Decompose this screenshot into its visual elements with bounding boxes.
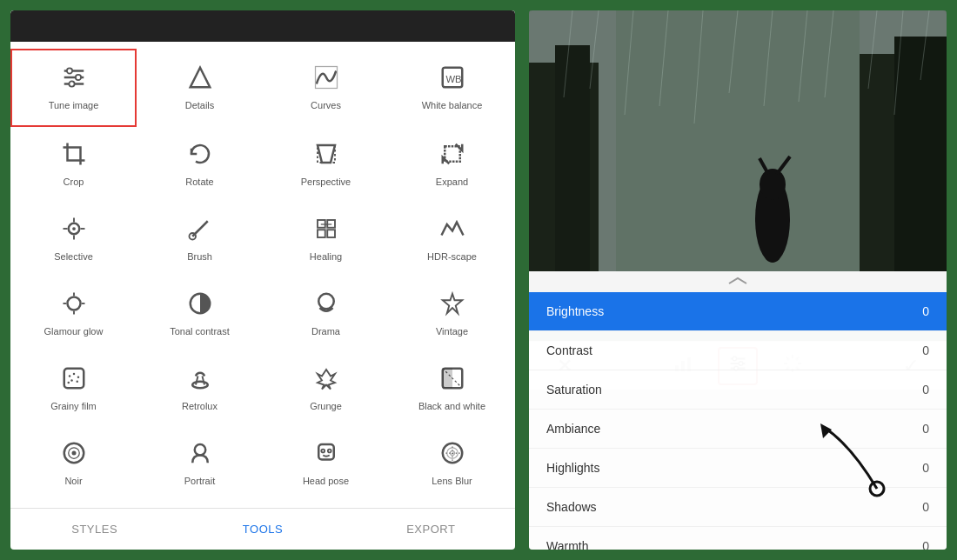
- glamour-glow-label: Glamour glow: [44, 326, 104, 337]
- tune-value-warmth: 0: [922, 539, 929, 550]
- svg-point-52: [327, 450, 331, 453]
- tool-white-balance[interactable]: WB White balance: [389, 49, 515, 127]
- svg-point-48: [71, 450, 76, 455]
- svg-point-40: [67, 382, 70, 384]
- tool-portrait[interactable]: Portrait: [137, 426, 263, 501]
- tab-tools[interactable]: TOOLS: [178, 509, 346, 550]
- tune-label-saturation: Saturation: [546, 383, 922, 397]
- tool-noir[interactable]: Noir: [10, 426, 137, 501]
- tool-rotate[interactable]: Rotate: [137, 127, 263, 202]
- portrait-label: Portrait: [184, 476, 215, 487]
- svg-point-38: [70, 379, 73, 382]
- lens-blur-icon: [439, 440, 465, 470]
- tool-selective[interactable]: Selective: [10, 202, 137, 277]
- crop-label: Crop: [64, 177, 84, 188]
- noir-label: Noir: [64, 476, 82, 487]
- tool-curves[interactable]: Curves: [263, 49, 389, 127]
- tune-label-contrast: Contrast: [546, 343, 922, 357]
- drama-label: Drama: [311, 326, 340, 337]
- tune-label-brightness: Brightness: [546, 304, 922, 318]
- tune-value-brightness: 0: [922, 304, 929, 318]
- tune-value-ambiance: 0: [922, 422, 929, 436]
- perspective-icon: [313, 141, 339, 171]
- tune-image-icon: [61, 64, 87, 95]
- grainy-film-icon: [61, 365, 87, 396]
- svg-point-67: [760, 169, 786, 200]
- details-label: Details: [185, 100, 215, 111]
- tool-grunge[interactable]: Grunge: [263, 351, 389, 426]
- svg-point-32: [318, 294, 334, 310]
- svg-point-14: [72, 227, 76, 230]
- lens-blur-label: Lens Blur: [432, 476, 472, 487]
- svg-rect-12: [445, 146, 460, 162]
- healing-icon: [313, 216, 339, 246]
- tune-list: Brightness0Contrast0Saturation0Ambiance0…: [529, 292, 947, 550]
- svg-marker-11: [318, 145, 335, 163]
- svg-point-37: [77, 376, 79, 378]
- tool-crop[interactable]: Crop: [10, 127, 137, 202]
- expand-icon: [439, 141, 465, 171]
- tool-drama[interactable]: Drama: [263, 277, 389, 351]
- tool-details[interactable]: Details: [137, 49, 263, 127]
- white-balance-icon: WB: [439, 64, 465, 95]
- tool-tune-image[interactable]: Tune image: [10, 49, 137, 127]
- tune-row-ambiance[interactable]: Ambiance0: [529, 410, 947, 449]
- black-and-white-label: Black and white: [418, 401, 485, 412]
- tune-row-shadows[interactable]: Shadows0: [529, 488, 947, 527]
- svg-rect-45: [442, 369, 452, 389]
- svg-rect-23: [318, 230, 325, 237]
- svg-point-51: [321, 450, 325, 453]
- vintage-label: Vintage: [436, 326, 468, 337]
- tune-row-saturation[interactable]: Saturation0: [529, 370, 947, 410]
- tune-row-brightness[interactable]: Brightness0: [529, 292, 947, 331]
- drama-icon: [313, 290, 339, 321]
- tonal-contrast-icon: [187, 290, 213, 321]
- svg-point-26: [67, 297, 80, 310]
- tool-perspective[interactable]: Perspective: [263, 127, 389, 202]
- tool-tonal-contrast[interactable]: Tonal contrast: [137, 277, 263, 351]
- tool-vintage[interactable]: Vintage: [389, 277, 515, 351]
- tune-value-highlights: 0: [922, 461, 929, 475]
- tab-styles[interactable]: STYLES: [10, 509, 178, 550]
- retrolux-icon: [187, 365, 213, 396]
- tune-row-contrast[interactable]: Contrast0: [529, 331, 947, 370]
- tool-hdr-scape[interactable]: HDR-scape: [389, 202, 515, 277]
- grainy-film-label: Grainy film: [50, 401, 97, 412]
- head-pose-label: Head pose: [303, 476, 349, 487]
- tune-label-ambiance: Ambiance: [546, 422, 922, 436]
- grunge-label: Grunge: [310, 401, 342, 412]
- svg-point-39: [76, 380, 78, 383]
- tool-expand[interactable]: Expand: [389, 127, 515, 202]
- right-panel: Brightness0Contrast0Saturation0Ambiance0…: [529, 10, 947, 550]
- tool-lens-blur[interactable]: Lens Blur: [389, 426, 515, 501]
- glamour-glow-icon: [61, 290, 87, 321]
- tool-healing[interactable]: Healing: [263, 202, 389, 277]
- svg-point-4: [75, 75, 80, 80]
- top-bar: [10, 10, 515, 42]
- brush-icon: [187, 216, 213, 246]
- svg-point-3: [66, 68, 71, 73]
- app-container: Tune image Details Curves WB White balan…: [10, 10, 947, 550]
- details-icon: [187, 64, 213, 95]
- svg-text:WB: WB: [445, 74, 461, 84]
- tune-label-shadows: Shadows: [546, 500, 922, 514]
- tool-glamour-glow[interactable]: Glamour glow: [10, 277, 137, 351]
- tool-retrolux[interactable]: Retrolux: [137, 351, 263, 426]
- tune-panel: Brightness0Contrast0Saturation0Ambiance0…: [529, 271, 947, 550]
- tool-grainy-film[interactable]: Grainy film: [10, 351, 137, 426]
- hdr-scape-icon: [439, 216, 465, 246]
- panel-handle[interactable]: [529, 271, 947, 292]
- tool-black-and-white[interactable]: Black and white: [389, 351, 515, 426]
- perspective-label: Perspective: [301, 177, 351, 188]
- tune-value-contrast: 0: [922, 343, 929, 357]
- tune-row-warmth[interactable]: Warmth0: [529, 527, 947, 550]
- tab-export[interactable]: EXPORT: [347, 509, 515, 550]
- svg-line-43: [202, 376, 204, 384]
- svg-marker-6: [190, 68, 210, 88]
- rotate-label: Rotate: [185, 177, 213, 188]
- tool-brush[interactable]: Brush: [137, 202, 263, 277]
- tools-grid: Tune image Details Curves WB White balan…: [10, 42, 515, 508]
- crop-icon: [61, 141, 87, 171]
- tool-head-pose[interactable]: Head pose: [263, 426, 389, 501]
- tune-row-highlights[interactable]: Highlights0: [529, 449, 947, 488]
